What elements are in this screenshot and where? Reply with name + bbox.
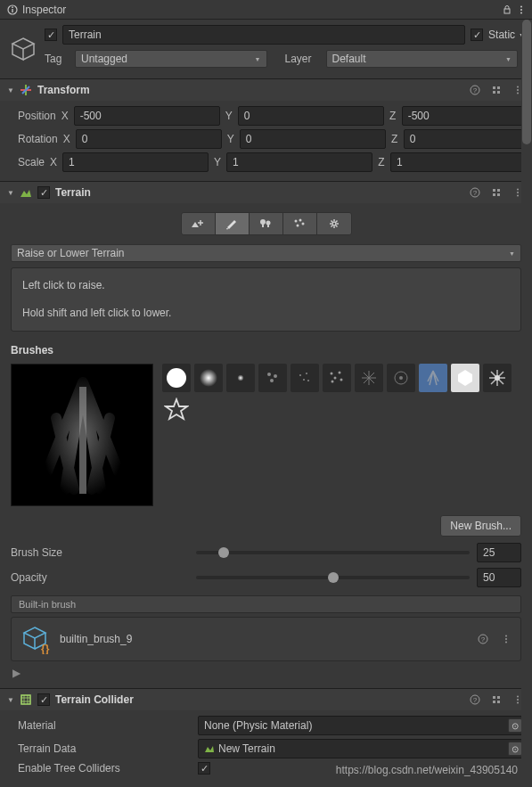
static-dropdown[interactable]: Static ▼ xyxy=(488,29,525,41)
scale-x-input[interactable] xyxy=(62,152,209,172)
rotation-z-input[interactable] xyxy=(404,129,532,149)
brush-size-label: Brush Size xyxy=(11,546,189,559)
svg-rect-20 xyxy=(493,193,495,196)
position-z-input[interactable] xyxy=(402,106,532,126)
svg-point-35 xyxy=(167,368,186,388)
brush-thumb-7[interactable] xyxy=(387,364,415,392)
brush-thumb-8[interactable] xyxy=(419,364,447,392)
scale-label: Scale xyxy=(7,156,45,168)
brush-thumb-2[interactable] xyxy=(226,364,255,392)
svg-rect-26 xyxy=(262,224,264,227)
tag-dropdown[interactable]: Untagged xyxy=(75,50,267,68)
svg-point-29 xyxy=(295,220,298,223)
svg-point-5 xyxy=(520,9,522,11)
new-brush-button[interactable]: New Brush... xyxy=(440,515,521,537)
rotation-y-input[interactable] xyxy=(240,129,386,149)
material-field[interactable]: None (Physic Material) ⊙ xyxy=(198,716,525,735)
svg-point-67 xyxy=(517,696,519,698)
inspector-tab[interactable]: Inspector xyxy=(0,0,73,19)
lock-icon[interactable] xyxy=(500,3,514,17)
scrollbar-thumb[interactable] xyxy=(522,20,531,144)
svg-point-33 xyxy=(332,222,336,225)
svg-rect-28 xyxy=(267,225,269,227)
gameobject-icon[interactable] xyxy=(7,33,39,65)
svg-rect-60 xyxy=(21,695,30,704)
brush-thumb-5[interactable] xyxy=(323,364,351,392)
foldout-icon: ▼ xyxy=(7,86,14,94)
svg-text:?: ? xyxy=(473,86,478,94)
brush-thumb-1[interactable] xyxy=(194,364,223,392)
tool-create-neighbor[interactable] xyxy=(182,213,216,234)
help-icon[interactable]: ? xyxy=(468,693,482,707)
terrain-header[interactable]: ▼ Terrain ? xyxy=(0,182,532,203)
opacity-input[interactable] xyxy=(477,568,521,587)
opacity-label: Opacity xyxy=(11,571,189,584)
svg-point-13 xyxy=(517,86,519,88)
svg-point-15 xyxy=(517,93,519,94)
terrain-title: Terrain xyxy=(55,186,462,199)
help-icon[interactable]: ? xyxy=(476,632,490,646)
brush-thumb-0[interactable] xyxy=(162,364,191,392)
scale-y-input[interactable] xyxy=(226,152,372,172)
svg-point-40 xyxy=(270,379,274,382)
preset-icon[interactable] xyxy=(489,83,503,97)
svg-point-59 xyxy=(505,642,507,644)
brush-thumb-11[interactable] xyxy=(162,396,191,424)
static-checkbox[interactable] xyxy=(471,29,483,41)
terrain-mode-dropdown[interactable]: Raise or Lower Terrain xyxy=(11,244,521,262)
enable-tree-checkbox[interactable] xyxy=(198,762,210,775)
svg-point-36 xyxy=(200,369,217,387)
scale-z-input[interactable] xyxy=(390,152,532,172)
kebab-menu-icon[interactable] xyxy=(499,632,513,646)
svg-rect-64 xyxy=(497,696,500,699)
brush-size-slider[interactable] xyxy=(196,551,470,554)
svg-point-37 xyxy=(235,373,246,383)
inspector-tab-bar: Inspector xyxy=(0,0,532,20)
svg-text:?: ? xyxy=(473,189,478,197)
preset-icon[interactable] xyxy=(489,693,503,707)
asset-foldout[interactable]: ▶ xyxy=(7,665,525,681)
position-x-input[interactable] xyxy=(74,106,220,126)
svg-point-23 xyxy=(517,192,519,193)
object-picker-icon[interactable]: ⊙ xyxy=(508,742,522,756)
help-icon[interactable]: ? xyxy=(468,185,482,200)
object-picker-icon[interactable]: ⊙ xyxy=(508,718,522,733)
gameobject-enabled-checkbox[interactable] xyxy=(45,29,57,41)
terrain-collider-header[interactable]: ▼ Terrain Collider ? xyxy=(0,689,532,710)
brush-thumb-9[interactable] xyxy=(451,364,479,392)
svg-point-30 xyxy=(299,219,302,222)
tool-paint-details[interactable] xyxy=(283,213,317,234)
tool-terrain-settings[interactable] xyxy=(317,213,351,234)
help-icon[interactable]: ? xyxy=(468,83,482,97)
svg-point-51 xyxy=(399,376,403,380)
help-box: Left click to raise. Hold shift and left… xyxy=(11,267,521,332)
brush-thumb-6[interactable] xyxy=(355,364,383,392)
tool-paint-terrain[interactable] xyxy=(216,213,250,234)
tag-label: Tag xyxy=(45,53,70,65)
svg-text:?: ? xyxy=(473,696,478,704)
brush-thumb-10[interactable] xyxy=(483,364,512,392)
preset-icon[interactable] xyxy=(489,185,503,200)
position-y-input[interactable] xyxy=(238,106,384,126)
gameobject-name-input[interactable] xyxy=(62,25,465,45)
layer-dropdown[interactable]: Default xyxy=(326,50,519,68)
svg-point-57 xyxy=(505,635,507,637)
brush-thumb-4[interactable] xyxy=(291,364,319,392)
brush-size-input[interactable] xyxy=(477,543,521,562)
svg-point-27 xyxy=(266,221,271,225)
vertical-scrollbar[interactable] xyxy=(521,20,532,787)
terrain-enabled-checkbox[interactable] xyxy=(37,186,50,199)
svg-point-2 xyxy=(12,6,13,8)
terrain-icon xyxy=(20,186,32,199)
svg-point-47 xyxy=(334,377,337,380)
brush-thumb-3[interactable] xyxy=(258,364,287,392)
collider-enabled-checkbox[interactable] xyxy=(37,693,50,706)
help-line-1: Left click to raise. xyxy=(22,277,510,294)
svg-point-53 xyxy=(495,375,500,381)
rotation-x-input[interactable] xyxy=(76,129,222,149)
transform-header[interactable]: ▼ Transform ? xyxy=(0,79,532,101)
kebab-menu-icon[interactable] xyxy=(514,3,528,17)
terrain-data-field[interactable]: New Terrain ⊙ xyxy=(198,739,525,758)
opacity-slider[interactable] xyxy=(196,576,470,579)
tool-paint-trees[interactable] xyxy=(250,213,283,234)
